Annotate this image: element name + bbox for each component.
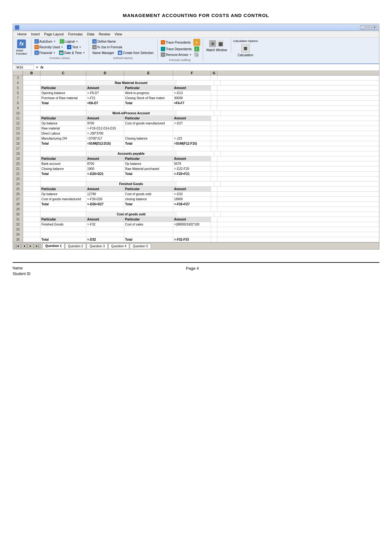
cell-10d[interactable]: Work-inProcess Account xyxy=(86,111,176,116)
cell-33e[interactable] xyxy=(124,227,173,232)
cell-20c[interactable]: Bank account xyxy=(40,161,86,166)
cell-24g[interactable] xyxy=(214,182,220,186)
cell-11e[interactable]: Particular xyxy=(124,116,173,121)
cell-23d[interactable] xyxy=(86,177,124,181)
create-from-selection-button[interactable]: ▦ Create from Selection xyxy=(117,50,155,55)
cell-12g[interactable] xyxy=(211,121,217,126)
cell-19d[interactable]: Amount xyxy=(86,156,124,161)
cell-25b[interactable] xyxy=(23,187,40,191)
cell-9b[interactable] xyxy=(23,106,40,111)
cell-25g[interactable] xyxy=(211,187,217,191)
cell-13f[interactable] xyxy=(173,126,211,131)
cell-35c[interactable]: Total xyxy=(40,237,86,242)
cell-6d[interactable]: =-F8-D7 xyxy=(86,91,124,95)
cell-31g[interactable] xyxy=(211,217,217,222)
cell-34b[interactable] xyxy=(23,232,40,237)
cell-17e[interactable] xyxy=(124,146,173,151)
cell-27e[interactable]: closing balance xyxy=(124,197,173,202)
cell-5b[interactable] xyxy=(23,86,40,90)
menu-data[interactable]: Data xyxy=(85,32,96,37)
cell-24d[interactable]: Finished Goods xyxy=(86,182,176,186)
cell-22c[interactable]: Total xyxy=(40,172,86,176)
cell-3b[interactable] xyxy=(23,75,40,80)
cell-19f[interactable]: Amount xyxy=(173,156,211,161)
cell-33d[interactable] xyxy=(86,227,124,232)
cell-31b[interactable] xyxy=(23,217,40,222)
cell-25e[interactable]: Particular xyxy=(124,187,173,191)
cell-6e[interactable]: Work-in-progress xyxy=(124,91,173,95)
cell-9c[interactable] xyxy=(40,106,86,111)
cell-14e[interactable] xyxy=(124,131,173,136)
cell-33c[interactable] xyxy=(40,227,86,232)
insert-function-button[interactable]: fx InsertFunction xyxy=(15,39,28,56)
cell-3f[interactable] xyxy=(173,75,211,80)
cell-17b[interactable] xyxy=(23,146,40,151)
cell-19b[interactable] xyxy=(23,156,40,161)
menu-formulas[interactable]: Formulas xyxy=(66,32,85,37)
menu-home[interactable]: Home xyxy=(15,32,28,37)
restore-button[interactable]: □ xyxy=(366,25,371,30)
cell-28b[interactable] xyxy=(23,202,40,207)
menu-view[interactable]: View xyxy=(113,32,124,37)
cell-26f[interactable]: =-D32 xyxy=(173,192,211,196)
cell-8c[interactable]: Total xyxy=(40,101,86,105)
cell-23e[interactable] xyxy=(124,177,173,181)
cell-32d[interactable]: =-F32 xyxy=(86,222,124,227)
cell-15d[interactable]: =3700*J17 xyxy=(86,136,124,141)
cell-35d[interactable]: =-D32 xyxy=(86,237,124,242)
cell-22f[interactable]: =-F20+F21 xyxy=(173,172,211,176)
cell-28f[interactable]: =-F26+F27 xyxy=(173,202,211,207)
cell-30f[interactable] xyxy=(176,212,214,217)
cell-8f[interactable]: =F6-F7 xyxy=(173,101,211,105)
cell-35e[interactable]: Total xyxy=(124,237,173,242)
cell-13c[interactable]: Raw material xyxy=(40,126,86,131)
cell-4d-raw-material[interactable]: Raw Material Account xyxy=(86,81,176,85)
cell-19e[interactable]: Particular xyxy=(124,156,173,161)
cell-15f[interactable]: =-J23 xyxy=(173,136,211,141)
cell-16f[interactable]: =SUM(F12:F15) xyxy=(173,141,211,146)
use-in-formula-button[interactable]: fx fx Use in Formula xyxy=(91,45,123,50)
sheet-tab-question2[interactable]: Question 2 xyxy=(65,244,86,249)
cell-8g[interactable] xyxy=(211,101,217,105)
cell-27g[interactable] xyxy=(211,197,217,202)
cell-17g[interactable] xyxy=(211,146,217,151)
cell-24b[interactable] xyxy=(23,182,40,186)
cell-28c[interactable]: Total xyxy=(40,202,86,207)
cell-16c[interactable]: Total xyxy=(40,141,86,146)
cell-32f[interactable]: =(88000/160)*100 xyxy=(173,222,211,227)
cell-9d[interactable] xyxy=(86,106,124,111)
cell-5e[interactable]: Particular xyxy=(124,86,173,90)
cell-5f[interactable]: Amount xyxy=(173,86,211,90)
cell-10c[interactable] xyxy=(40,111,86,116)
cell-21g[interactable] xyxy=(211,166,217,171)
cell-22g[interactable] xyxy=(211,172,217,176)
cell-27f[interactable]: 18900 xyxy=(173,197,211,202)
name-manager-button[interactable]: Name Manager xyxy=(91,51,115,55)
cell-11f[interactable]: Amount xyxy=(173,116,211,121)
cell-22e[interactable]: Total xyxy=(124,172,173,176)
col-header-d[interactable]: D xyxy=(86,71,124,75)
cell-6b[interactable] xyxy=(23,91,40,95)
cell-15g[interactable] xyxy=(211,136,217,141)
cell-28e[interactable]: Total xyxy=(124,202,173,207)
cell-3e[interactable] xyxy=(124,75,173,80)
cell-7d[interactable]: =-F21 xyxy=(86,96,124,100)
cell-12c[interactable]: Op balance xyxy=(40,121,86,126)
cell-29c[interactable] xyxy=(40,207,86,212)
cell-9f[interactable] xyxy=(173,106,211,111)
calculation-button[interactable]: Calculation xyxy=(236,53,254,57)
close-button[interactable]: ✕ xyxy=(372,25,377,30)
autosum-button[interactable]: Σ AutoSum ▼ xyxy=(33,39,57,44)
define-name-button[interactable]: N Define Name xyxy=(91,39,117,44)
cell-31f[interactable]: Amount xyxy=(173,217,211,222)
cell-10g[interactable] xyxy=(214,111,220,116)
sheet-nav-prev[interactable]: ◄ xyxy=(21,244,27,248)
cell-13b[interactable] xyxy=(23,126,40,131)
cell-20b[interactable] xyxy=(23,161,40,166)
cell-15c[interactable]: Manufacturing OH xyxy=(40,136,86,141)
cell-31e[interactable]: Particular xyxy=(124,217,173,222)
menu-pagelayout[interactable]: Page Layout xyxy=(42,32,66,37)
cell-32c[interactable]: Finished Goods xyxy=(40,222,86,227)
cell-12e[interactable]: Cost of goods manufactured xyxy=(124,121,173,126)
cell-3c[interactable] xyxy=(40,75,86,80)
